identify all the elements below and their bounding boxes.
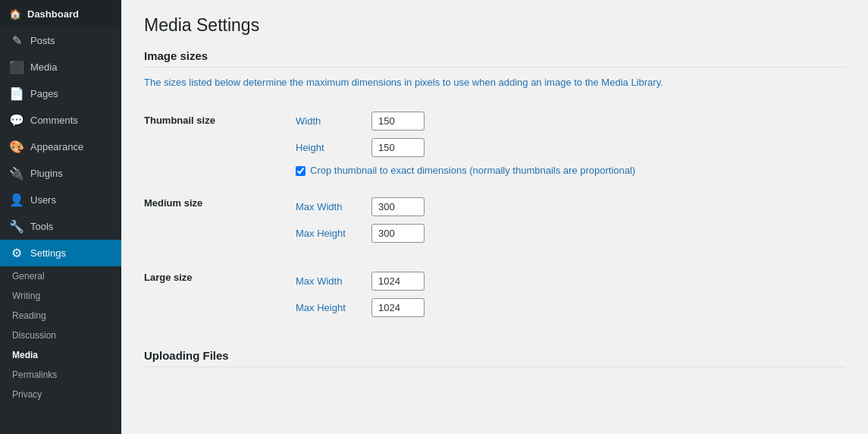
large-width-row: Max Width [296, 272, 845, 291]
large-size-row: Large size Max Width Max Height [144, 256, 845, 331]
uploading-files-section: Uploading Files [144, 349, 845, 367]
dashboard-nav-item[interactable]: 🏠 Dashboard [0, 0, 121, 27]
sub-nav-reading[interactable]: Reading [0, 306, 121, 326]
medium-height-row: Max Height [296, 224, 845, 243]
large-height-row: Max Height [296, 298, 845, 317]
width-label: Width [296, 115, 364, 127]
sidebar-item-comments[interactable]: 💬 Comments [0, 107, 121, 134]
image-sizes-description: The sizes listed below determine the max… [144, 75, 845, 90]
pages-label: Pages [30, 88, 58, 99]
sidebar-item-posts[interactable]: ✎ Posts [0, 27, 121, 54]
users-label: Users [30, 194, 56, 206]
posts-icon: ✎ [9, 33, 24, 48]
crop-checkbox-row: Crop thumbnail to exact dimensions (norm… [296, 165, 845, 176]
settings-form: Thumbnail size Width Height Crop thumbna… [144, 105, 845, 331]
sidebar-item-users[interactable]: 👤 Users [0, 187, 121, 213]
uploading-files-title: Uploading Files [144, 349, 845, 367]
comments-icon: 💬 [9, 113, 24, 127]
medium-size-row: Medium size Max Width Max Height [144, 182, 845, 256]
thumbnail-width-input[interactable] [371, 112, 425, 131]
large-size-label: Large size [144, 272, 193, 283]
thumbnail-height-row: Height [296, 138, 845, 157]
sub-nav-permalinks[interactable]: Permalinks [0, 365, 121, 385]
dashboard-label: Dashboard [27, 8, 79, 20]
sidebar-item-pages[interactable]: 📄 Pages [0, 80, 121, 107]
page-title: Media Settings [144, 15, 845, 36]
posts-label: Posts [30, 35, 55, 46]
sidebar: 🏠 Dashboard ✎ Posts ⬛ Media 📄 Pages 💬 Co… [0, 0, 121, 434]
medium-size-label: Medium size [144, 197, 202, 209]
crop-checkbox[interactable] [296, 166, 306, 176]
sub-nav-discussion[interactable]: Discussion [0, 326, 121, 345]
large-max-width-label: Max Width [296, 275, 364, 287]
thumbnail-size-row: Thumbnail size Width Height Crop thumbna… [144, 105, 845, 182]
main-content: Media Settings Image sizes The sizes lis… [121, 0, 868, 434]
sidebar-item-plugins[interactable]: 🔌 Plugins [0, 160, 121, 187]
height-label: Height [296, 142, 364, 153]
sidebar-item-settings[interactable]: ⚙ Settings [0, 240, 121, 266]
tools-icon: 🔧 [9, 219, 24, 234]
appearance-icon: 🎨 [9, 140, 24, 154]
settings-icon: ⚙ [9, 246, 24, 260]
pages-icon: 📄 [9, 86, 24, 101]
tools-label: Tools [30, 221, 53, 232]
plugins-icon: 🔌 [9, 166, 24, 181]
medium-width-row: Max Width [296, 197, 845, 216]
sidebar-item-tools[interactable]: 🔧 Tools [0, 213, 121, 240]
thumbnail-width-row: Width [296, 112, 845, 131]
thumbnail-height-input[interactable] [371, 138, 425, 157]
sub-nav-media[interactable]: Media [0, 345, 121, 365]
media-icon: ⬛ [9, 60, 24, 74]
settings-label: Settings [30, 247, 66, 259]
sub-nav-writing[interactable]: Writing [0, 286, 121, 306]
large-width-input[interactable] [371, 272, 425, 291]
large-height-input[interactable] [371, 298, 425, 317]
sidebar-item-appearance[interactable]: 🎨 Appearance [0, 134, 121, 160]
dashboard-icon: 🏠 [9, 8, 21, 20]
sub-nav-general[interactable]: General [0, 266, 121, 286]
users-icon: 👤 [9, 193, 24, 207]
media-label: Media [30, 61, 57, 73]
appearance-label: Appearance [30, 141, 83, 153]
image-sizes-title: Image sizes [144, 49, 845, 68]
medium-height-input[interactable] [371, 224, 425, 243]
sub-nav-privacy[interactable]: Privacy [0, 385, 121, 404]
medium-max-width-label: Max Width [296, 201, 364, 212]
crop-label: Crop thumbnail to exact dimensions (norm… [310, 165, 635, 176]
sidebar-item-media[interactable]: ⬛ Media [0, 54, 121, 80]
thumbnail-size-label: Thumbnail size [144, 115, 215, 126]
large-max-height-label: Max Height [296, 302, 364, 313]
plugins-label: Plugins [30, 168, 63, 179]
medium-width-input[interactable] [371, 197, 425, 216]
comments-label: Comments [30, 115, 78, 126]
medium-max-height-label: Max Height [296, 228, 364, 239]
